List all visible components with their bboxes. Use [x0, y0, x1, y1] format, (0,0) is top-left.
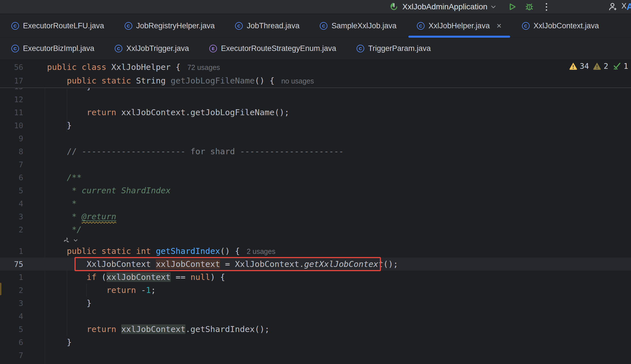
line-number[interactable]: 6: [0, 173, 23, 182]
ai-assistant-icon[interactable]: [63, 237, 70, 244]
tab-xxljobcontext-java[interactable]: CXxlJobContext.java: [512, 14, 609, 37]
code-line[interactable]: 1 if (xxlJobContext == null) {: [0, 271, 631, 284]
code-token: getJobLogFileName: [171, 76, 255, 85]
tab-xxljobtrigger-java[interactable]: CXxlJobTrigger.java: [105, 38, 199, 59]
class-icon: C: [125, 22, 132, 30]
code-line[interactable]: 6 /**: [0, 171, 631, 184]
class-icon: C: [357, 45, 364, 52]
code-line[interactable]: 8 // --------------------- for shard ---…: [0, 145, 631, 158]
line-number[interactable]: 1: [0, 273, 23, 282]
code-line[interactable]: 5 return xxlJobContext.getShardIndex();: [0, 323, 631, 336]
code-line[interactable]: 5 * current ShardIndex: [0, 184, 631, 197]
warning-indicator[interactable]: 34: [569, 62, 589, 70]
line-number[interactable]: 6: [0, 338, 23, 347]
code-text: }: [47, 298, 91, 308]
editor-tab-bar-row-1: CExecutorRouteLFU.javaCJobRegistryHelper…: [0, 14, 631, 38]
line-number[interactable]: 7: [0, 351, 23, 360]
code-editor[interactable]: 13 }1211 return xxlJobContext.getJobLogF…: [0, 60, 631, 364]
code-text: public static String getJobLogFileName()…: [47, 76, 314, 85]
code-text: public static int getShardIndex() {2 usa…: [47, 246, 275, 256]
line-number[interactable]: 3: [0, 212, 23, 221]
line-number[interactable]: 10: [0, 121, 23, 130]
line-number[interactable]: 1: [0, 247, 23, 256]
sticky-header: 56public class XxlJobHelper {72 usages17…: [0, 60, 631, 88]
code-token: @return: [82, 212, 116, 221]
inlay-row: [0, 236, 631, 245]
weak-warning-indicator[interactable]: 2: [593, 62, 608, 70]
code-line[interactable]: 56public class XxlJobHelper {72 usages: [0, 60, 631, 74]
enum-icon: E: [209, 45, 217, 52]
code-token: XxlJobContext: [87, 259, 156, 269]
typo-indicator[interactable]: 1: [612, 61, 628, 70]
tab-samplexxljob-java[interactable]: CSampleXxlJob.java: [310, 14, 407, 37]
chevron-down-icon[interactable]: [73, 238, 78, 243]
code-line[interactable]: 1 public static int getShardIndex() {2 u…: [0, 245, 631, 258]
code-token: public static: [67, 76, 136, 85]
code-token: }: [47, 298, 91, 308]
tab-executorbizimpl-java[interactable]: CExecutorBizImpl.java: [1, 38, 105, 59]
more-options-icon[interactable]: [541, 1, 552, 12]
code-line[interactable]: 9: [0, 132, 631, 145]
inspections-widget[interactable]: 34 2 1: [569, 61, 628, 70]
tab-jobregistryhelper-java[interactable]: CJobRegistryHelper.java: [114, 14, 225, 37]
code-line[interactable]: 10 }: [0, 119, 631, 132]
main-toolbar: XxlJobAdminApplication: [0, 0, 631, 14]
code-token: [47, 246, 67, 256]
code-line[interactable]: 17 public static String getJobLogFileNam…: [0, 74, 631, 87]
line-number[interactable]: 4: [0, 312, 23, 321]
code-line[interactable]: 2 return -1;: [0, 284, 631, 297]
code-token: [47, 272, 87, 282]
line-number[interactable]: 17: [0, 76, 23, 85]
line-number[interactable]: 4: [0, 199, 23, 208]
code-line[interactable]: 3 }: [0, 297, 631, 310]
code-line[interactable]: 11 return xxlJobContext.getJobLogFileNam…: [0, 106, 631, 119]
line-number[interactable]: 2: [0, 225, 23, 234]
code-line[interactable]: 7: [0, 158, 631, 171]
line-number[interactable]: 3: [0, 299, 23, 308]
line-number[interactable]: 2: [0, 286, 23, 295]
code-line[interactable]: 7: [0, 349, 631, 362]
tab-executorroutelfu-java[interactable]: CExecutorRouteLFU.java: [1, 14, 114, 37]
code-line[interactable]: 12: [0, 93, 631, 106]
line-number[interactable]: 9: [0, 134, 23, 143]
line-number[interactable]: 75: [0, 260, 23, 269]
active-tab-underline: [408, 36, 510, 38]
run-icon[interactable]: [507, 1, 518, 12]
code-token: [47, 259, 87, 269]
code-token: ;: [151, 285, 156, 295]
line-number[interactable]: 5: [0, 186, 23, 195]
code-line[interactable]: 6 }: [0, 336, 631, 349]
code-line[interactable]: 3 * @return: [0, 210, 631, 223]
tab-xxljobhelper-java[interactable]: CXxlJobHelper.java×: [407, 14, 512, 37]
code-text: * @return: [47, 212, 116, 221]
line-number[interactable]: 12: [0, 95, 23, 104]
line-number[interactable]: 8: [0, 147, 23, 156]
line-number[interactable]: 11: [0, 108, 23, 117]
code-token: [47, 324, 87, 334]
run-configuration-selector[interactable]: XxlJobAdminApplication: [388, 1, 496, 12]
ide-window: XxlJobAdminApplication: [0, 0, 631, 364]
line-number[interactable]: 7: [0, 160, 23, 169]
tab-label: JobThread.java: [247, 22, 299, 30]
tab-label: XxlJobContext.java: [534, 22, 599, 30]
tab-jobthread-java[interactable]: CJobThread.java: [225, 14, 310, 37]
run-configuration-label: XxlJobAdminApplication: [402, 2, 487, 11]
code-line[interactable]: 4: [0, 310, 631, 323]
code-text: return xxlJobContext.getShardIndex();: [47, 324, 270, 334]
debug-icon[interactable]: [524, 1, 535, 12]
line-number[interactable]: 5: [0, 325, 23, 334]
code-text: */: [47, 225, 82, 234]
code-line[interactable]: 75 XxlJobContext xxlJobContext = XxlJobC…: [0, 258, 631, 271]
code-line[interactable]: 2 */: [0, 223, 631, 236]
code-token: public class: [47, 62, 111, 72]
tab-triggerparam-java[interactable]: CTriggerParam.java: [346, 38, 441, 59]
tab-label: SampleXxlJob.java: [331, 22, 396, 30]
close-icon[interactable]: ×: [496, 22, 502, 30]
tab-executorroutestrategyenum-java[interactable]: EExecutorRouteStrategyEnum.java: [199, 38, 346, 59]
code-text: * current ShardIndex: [47, 186, 171, 195]
tab-label: XxlJobHelper.java: [429, 22, 490, 30]
line-number[interactable]: 56: [0, 63, 23, 72]
add-user-icon[interactable]: [607, 1, 619, 12]
code-line[interactable]: 4 *: [0, 197, 631, 210]
translate-icon[interactable]: XA: [621, 1, 631, 12]
